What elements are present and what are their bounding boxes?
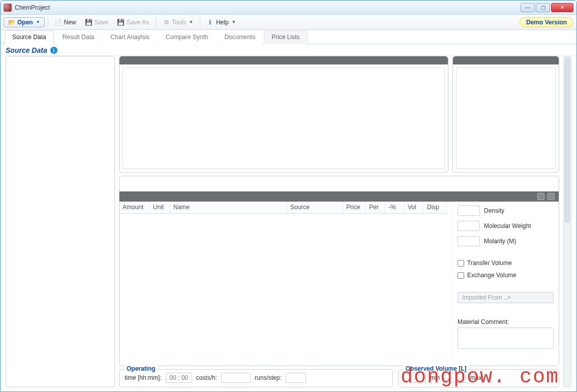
- separator: [156, 17, 156, 27]
- app-window: ChemProject — ▢ ✕ 📂 Open ▼ 📄 New 💾 Save …: [0, 0, 577, 392]
- folder-open-icon: 📂: [8, 19, 15, 26]
- panel-header: [119, 56, 448, 64]
- structure-panel: [119, 56, 448, 173]
- tools-button[interactable]: ⚙ Tools ▼: [159, 17, 197, 27]
- material-comment-label: Material Comment:: [458, 318, 554, 325]
- minimize-button[interactable]: —: [521, 3, 535, 12]
- titlebar: ChemProject — ▢ ✕: [1, 1, 576, 15]
- operating-legend: Operating: [125, 365, 158, 372]
- imported-from-button: Imported From ..>: [458, 292, 554, 303]
- new-label: New: [64, 19, 76, 26]
- open-label: Open: [17, 19, 33, 26]
- tab-result-data[interactable]: Result Data: [55, 30, 102, 44]
- tab-compare-synth[interactable]: Compare Synth: [158, 30, 216, 44]
- info-icon: ℹ: [207, 19, 214, 26]
- scrollbar-thumb[interactable]: [565, 57, 570, 223]
- max-label: max: [470, 374, 482, 381]
- molecular-weight-label: Molecular Weight: [484, 222, 531, 230]
- save-icon: 💾: [85, 19, 93, 26]
- close-button[interactable]: ✕: [551, 3, 573, 12]
- col-name[interactable]: Name: [170, 202, 287, 213]
- molarity-input[interactable]: [458, 236, 480, 246]
- tab-chart-analysis[interactable]: Chart Anaylsis: [103, 30, 157, 44]
- tab-price-lists[interactable]: Price Lists: [264, 30, 307, 44]
- tab-source-data[interactable]: Source Data: [5, 30, 54, 44]
- exchange-volume-label: Exchange Volume: [467, 272, 517, 279]
- tree-panel[interactable]: [6, 56, 115, 387]
- toolbar: 📂 Open ▼ 📄 New 💾 Save 💾 Save As ⚙ Tools …: [1, 15, 576, 30]
- table-header-row: Amount Unit Name Source Price Per -% Vol…: [119, 202, 447, 214]
- col-vol[interactable]: Vol: [405, 202, 424, 213]
- gear-icon: ⚙: [163, 19, 170, 26]
- separator: [200, 17, 200, 27]
- table-body[interactable]: [119, 214, 447, 366]
- right-panel-group: Amount Unit Name Source Price Per -% Vol…: [119, 56, 559, 387]
- materials-table: Amount Unit Name Source Price Per -% Vol…: [119, 202, 447, 366]
- panel-header: [453, 56, 559, 64]
- col-disp[interactable]: Disp: [424, 202, 447, 213]
- transfer-volume-label: Transfer Volume: [467, 259, 512, 267]
- exchange-volume-checkbox[interactable]: [458, 272, 464, 279]
- col-per[interactable]: Per: [366, 202, 385, 213]
- caret-down-icon: ▼: [189, 20, 193, 24]
- preview-canvas[interactable]: [456, 68, 556, 169]
- col-percent[interactable]: -%: [385, 202, 405, 213]
- separator: [48, 17, 48, 27]
- molecular-weight-input[interactable]: [458, 221, 480, 231]
- section-header: Source Data i: [1, 44, 576, 56]
- operating-fieldset: Operating time [hh:mm]: costs/h: runs/st…: [119, 369, 393, 387]
- window-buttons: — ▢ ✕: [521, 3, 573, 12]
- maximize-button[interactable]: ▢: [536, 3, 550, 12]
- new-file-icon: 📄: [55, 19, 62, 26]
- molarity-label: Molarity (M): [484, 238, 516, 245]
- main-tabs: Source Data Result Data Chart Anaylsis C…: [1, 30, 576, 44]
- density-input[interactable]: [458, 206, 480, 216]
- copy-icon[interactable]: [537, 193, 544, 200]
- help-button[interactable]: ℹ Help ▼: [203, 17, 239, 27]
- save-as-label: Save As: [127, 19, 149, 26]
- bottom-fieldsets: Operating time [hh:mm]: costs/h: runs/st…: [119, 369, 559, 387]
- runs-label: runs/step:: [255, 374, 282, 381]
- tab-documents[interactable]: Documents: [217, 30, 263, 44]
- save-as-button[interactable]: 💾 Save As: [114, 17, 153, 27]
- properties-pane: Density Molecular Weight Molarity (M): [452, 202, 559, 366]
- max-volume-input[interactable]: [444, 373, 466, 383]
- min-label: min: [430, 374, 440, 381]
- window-title: ChemProject: [15, 4, 521, 11]
- col-unit[interactable]: Unit: [150, 202, 170, 213]
- col-amount[interactable]: Amount: [119, 202, 150, 213]
- observed-volume-fieldset: Observed Volume [L] min max: [398, 369, 559, 387]
- section-title-text: Source Data: [6, 46, 47, 54]
- costs-input[interactable]: [221, 373, 251, 383]
- transfer-volume-checkbox[interactable]: [458, 260, 464, 267]
- demo-version-badge: Demo Version: [520, 17, 573, 27]
- paste-icon[interactable]: [548, 193, 555, 200]
- help-label: Help: [216, 19, 229, 26]
- save-label: Save: [95, 19, 108, 26]
- new-button[interactable]: 📄 New: [51, 17, 80, 27]
- tools-label: Tools: [172, 19, 186, 26]
- preview-panel: [452, 56, 559, 173]
- materials-toolbar: [119, 191, 559, 202]
- caret-down-icon: ▼: [232, 20, 236, 24]
- col-price[interactable]: Price: [343, 202, 366, 213]
- save-as-icon: 💾: [117, 19, 125, 26]
- min-volume-input[interactable]: [404, 373, 426, 383]
- app-icon: [4, 4, 12, 12]
- runs-input[interactable]: [286, 373, 306, 383]
- material-comment-input[interactable]: [458, 328, 554, 349]
- vertical-scrollbar[interactable]: [563, 56, 571, 387]
- time-label: time [hh:mm]:: [125, 374, 162, 381]
- time-input[interactable]: [166, 373, 192, 383]
- materials-panel: Amount Unit Name Source Price Per -% Vol…: [119, 176, 559, 366]
- info-icon[interactable]: i: [50, 47, 57, 54]
- col-source[interactable]: Source: [287, 202, 343, 213]
- imported-from-label: Imported From ..>: [462, 294, 511, 301]
- open-button[interactable]: 📂 Open ▼: [4, 17, 45, 27]
- caret-down-icon: ▼: [36, 20, 40, 24]
- density-label: Density: [484, 207, 504, 214]
- content-area: Source Data i: [1, 44, 576, 391]
- costs-label: costs/h:: [196, 374, 217, 381]
- structure-canvas[interactable]: [123, 68, 445, 169]
- save-button[interactable]: 💾 Save: [82, 17, 112, 27]
